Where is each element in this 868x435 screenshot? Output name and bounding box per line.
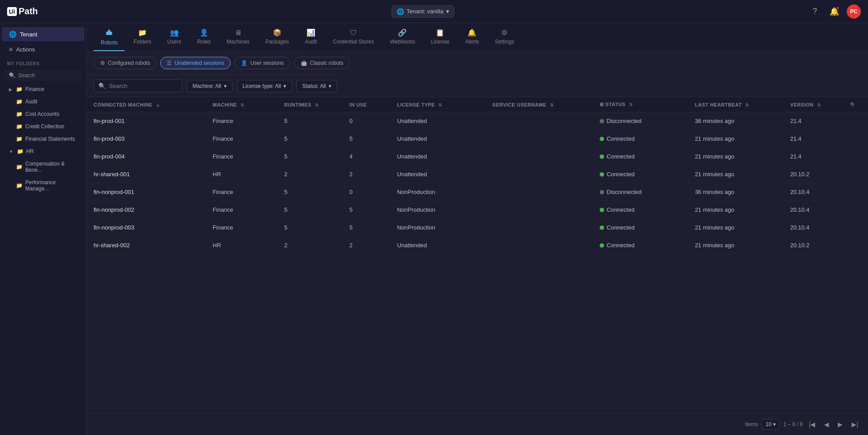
svg-rect-0 [106, 32, 112, 35]
sidebar-folder-cost-accounts[interactable]: 📁 Cost Accounts [2, 108, 84, 120]
tab-alerts[interactable]: 🔔 Alerts [458, 23, 486, 51]
tab-audit[interactable]: 📊 Audit [298, 23, 324, 51]
chevron-down-icon: ▾ [283, 83, 286, 89]
sort-icon: ⇅ [240, 103, 244, 107]
th-runtimes[interactable]: RUNTIMES ⇅ [277, 97, 342, 112]
license-filter[interactable]: License type: All ▾ [237, 80, 292, 92]
table-row: hr-shared-002 HR 2 2 Unattended Connecte… [86, 237, 868, 254]
th-refresh[interactable]: ↻ [843, 97, 868, 112]
tab-machines[interactable]: 🖥 Machines [220, 23, 256, 51]
subtab-unattended-sessions[interactable]: ☰ Unattended sessions [160, 57, 231, 69]
first-page-button[interactable]: |◀ [806, 419, 818, 430]
sidebar-item-tenant[interactable]: 🌐 Tenant [2, 27, 84, 41]
sidebar: 🌐 Tenant ≡ Actions MY FOLDERS 🔍 Search ▶… [0, 23, 86, 435]
cell-license-type: Unattended [390, 112, 485, 130]
items-per-page-select[interactable]: 10 ▾ [762, 419, 780, 430]
tab-roles[interactable]: 👤 Roles [190, 23, 218, 51]
arrow-down-icon: ▶ [9, 87, 12, 92]
tab-users[interactable]: 👥 Users [160, 23, 188, 51]
folder-icon: 📁 [16, 123, 23, 130]
search-icon: 🔍 [9, 72, 16, 79]
subtab-user-sessions[interactable]: 👤 User sessions [234, 57, 290, 69]
cell-status: Disconnected [593, 183, 688, 201]
cell-actions [843, 112, 868, 130]
cell-machine: Finance [206, 201, 277, 219]
avatar[interactable]: PC [847, 4, 861, 19]
table-body: fin-prod-001 Finance 5 0 Unattended Disc… [86, 112, 868, 254]
next-page-button[interactable]: ▶ [835, 419, 845, 430]
last-page-button[interactable]: ▶| [849, 419, 861, 430]
cell-runtimes: 2 [277, 166, 342, 183]
machine-filter[interactable]: Machine: All ▾ [187, 80, 232, 92]
cell-service-username [485, 166, 593, 183]
prev-page-button[interactable]: ◀ [821, 419, 832, 430]
settings-icon: ⚙ [501, 28, 507, 37]
sidebar-folder-compensation[interactable]: 📁 Compensation & Bene... [2, 158, 84, 176]
svg-rect-4 [109, 29, 110, 30]
folders-icon: 📁 [138, 28, 147, 37]
th-service-username[interactable]: SERVICE USERNAME ⇅ [485, 97, 593, 112]
tab-credential-stores[interactable]: 🛡 Credential Stores [326, 23, 381, 51]
tab-folders[interactable]: 📁 Folders [126, 23, 158, 51]
cell-version: 20.10.2 [783, 237, 843, 254]
user-sessions-icon: 👤 [241, 60, 247, 66]
sidebar-folder-financial-statements[interactable]: 📁 Financial Statements [2, 133, 84, 145]
cell-last-heartbeat: 21 minutes ago [688, 219, 783, 237]
tab-license[interactable]: 📋 License [424, 23, 456, 51]
content-area: Robots 📁 Folders 👥 Users 👤 Roles 🖥 Machi… [86, 23, 868, 435]
cell-last-heartbeat: 21 minutes ago [688, 130, 783, 148]
cell-version: 20.10.2 [783, 166, 843, 183]
top-bar-actions: ? 🔔 PC [808, 4, 861, 19]
packages-icon: 📦 [273, 28, 282, 37]
cell-license-type: NonProduction [390, 183, 485, 201]
notification-button[interactable]: 🔔 [827, 4, 841, 19]
status-filter[interactable]: Status: All ▾ [296, 80, 337, 92]
subtab-classic-robots[interactable]: 🤖 Classic robots [294, 57, 350, 69]
tab-packages[interactable]: 📦 Packages [258, 23, 296, 51]
th-connected-machine[interactable]: CONNECTED MACHINE ▲ [86, 97, 206, 112]
user-sessions-label: User sessions [250, 60, 283, 66]
cell-runtimes: 5 [277, 130, 342, 148]
th-last-heartbeat[interactable]: LAST HEARTBEAT ⇅ [688, 97, 783, 112]
table-row: fin-nonprod-001 Finance 5 0 NonProductio… [86, 183, 868, 201]
sidebar-folder-finance[interactable]: ▶ 📁 Finance [2, 83, 84, 95]
toolbar: 🔍 Search Machine: All ▾ License type: Al… [86, 75, 868, 97]
help-button[interactable]: ? [808, 4, 822, 19]
cell-actions [843, 166, 868, 183]
cell-version: 21.4 [783, 130, 843, 148]
cell-status: Connected [593, 148, 688, 166]
tab-audit-label: Audit [305, 39, 317, 45]
cell-version: 21.4 [783, 148, 843, 166]
sidebar-folder-performance[interactable]: 📁 Performance Manage... [2, 177, 84, 194]
folder-icon: 📁 [16, 99, 23, 105]
th-version[interactable]: VERSION ⇅ [783, 97, 843, 112]
roles-icon: 👤 [200, 28, 208, 37]
sort-icon: ⇅ [438, 103, 442, 107]
cell-service-username [485, 112, 593, 130]
globe-icon: 🌐 [397, 8, 404, 15]
cell-last-heartbeat: 36 minutes ago [688, 183, 783, 201]
cell-actions [843, 130, 868, 148]
tab-webhooks[interactable]: 🔗 Webhooks [383, 23, 422, 51]
search-box[interactable]: 🔍 Search [94, 79, 182, 92]
th-status[interactable]: ⊞ STATUS ⇅ [593, 97, 688, 112]
tab-settings[interactable]: ⚙ Settings [488, 23, 521, 51]
th-machine[interactable]: MACHINE ⇅ [206, 97, 277, 112]
cell-actions [843, 201, 868, 219]
th-license-type[interactable]: LICENSE TYPE ⇅ [390, 97, 485, 112]
sidebar-folder-hr[interactable]: ▼ 📁 HR [2, 146, 84, 157]
cell-license-type: Unattended [390, 130, 485, 148]
license-filter-label: License type: All [243, 83, 281, 89]
cell-runtimes: 5 [277, 112, 342, 130]
tab-credential-stores-label: Credential Stores [333, 39, 374, 45]
sidebar-folder-audit[interactable]: 📁 Audit [2, 96, 84, 107]
tenant-selector[interactable]: 🌐 Tenant: vanilla ▾ [392, 5, 454, 18]
sidebar-search[interactable]: 🔍 Search [4, 70, 82, 81]
classic-robots-icon: 🤖 [301, 60, 307, 66]
cell-machine: Finance [206, 130, 277, 148]
sidebar-item-actions[interactable]: ≡ Actions [2, 42, 84, 56]
subtab-configured-robots[interactable]: ⚙ Configured robots [94, 57, 157, 69]
refresh-icon[interactable]: ↻ [850, 102, 855, 107]
sidebar-folder-credit-collection[interactable]: 📁 Credit Collection [2, 121, 84, 132]
tab-robots[interactable]: Robots [94, 23, 125, 51]
